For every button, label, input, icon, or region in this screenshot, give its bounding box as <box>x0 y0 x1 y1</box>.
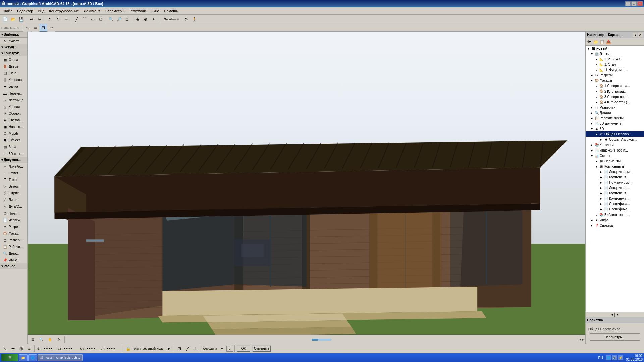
tool-stair[interactable]: ⌂Лестница <box>0 97 27 103</box>
tool-section[interactable]: ✂Разрез <box>0 223 27 230</box>
zoom-in-btn[interactable]: 🔍 <box>107 16 115 23</box>
tree-floors[interactable]: ▾ 🏢 Этажи <box>586 51 644 56</box>
close-button[interactable]: ✕ <box>637 1 643 6</box>
select-btn[interactable]: ↖ <box>46 16 54 23</box>
tool-morph[interactable]: ⬡Морф <box>0 130 27 137</box>
tree-desc1[interactable]: ▸ 📄 Дескрипторы... <box>586 169 644 174</box>
bt-cursor[interactable]: ✛ <box>9 345 17 352</box>
3d-btn[interactable]: ◈ <box>134 16 141 23</box>
tree-indexes[interactable]: ▸ 📑 Индексы Проект... <box>586 147 644 153</box>
tree-details[interactable]: ▸ 🔍 Детали <box>586 110 644 115</box>
tool-ukazat[interactable]: ↖ Указат... <box>0 38 27 44</box>
new-btn[interactable]: 📄 <box>1 16 9 23</box>
toggle-fac2[interactable]: ▸ <box>596 89 599 93</box>
tree-floor-b1[interactable]: ▸ 📐 -1. Фундамен... <box>586 67 644 72</box>
tree-facade-3[interactable]: ▸ 🏠 3 Северо-вост... <box>586 94 644 99</box>
zoom-out-btn[interactable]: 🔎 <box>115 16 123 23</box>
tree-lib[interactable]: ▸ 📚 Библиотека по... <box>586 212 644 217</box>
nav-list-btn[interactable]: 📋 <box>599 39 605 45</box>
bt-snap[interactable]: ◎ <box>17 345 25 352</box>
toggle-ws[interactable]: ▸ <box>591 116 594 120</box>
taskbar-app-2[interactable]: 🌐 <box>28 354 37 361</box>
move-btn[interactable]: ✛ <box>62 16 70 23</box>
tree-estimates[interactable]: ▾ 📊 Сметы <box>586 153 644 158</box>
toggle-floors[interactable]: ▾ <box>591 52 594 56</box>
tool-window[interactable]: ◫Окно <box>0 70 27 76</box>
tree-components[interactable]: ▾ ⊠ Компоненты <box>586 164 644 169</box>
section-running[interactable]: ▾Бегущ... <box>0 44 27 50</box>
snap-dropdown-btn[interactable]: ▼ <box>218 345 226 352</box>
menu-teamwork[interactable]: Teamwork <box>127 8 148 14</box>
tool-wsheet[interactable]: 📋Рабочи... <box>0 243 27 250</box>
tree-axon[interactable]: ▸ ◉ Общая Аксоном... <box>586 137 644 142</box>
ok-button[interactable]: OK <box>237 345 250 352</box>
tree-perspective[interactable]: ▾ 👁 Общая Перспек... <box>586 131 644 137</box>
tree-root[interactable]: ▾ 🏗 новый <box>586 46 644 51</box>
save-btn[interactable]: 💾 <box>17 16 25 23</box>
select-box-btn[interactable]: ▭ <box>32 24 39 32</box>
taskbar-app-1[interactable]: 📁 <box>19 354 28 361</box>
titlebar-controls[interactable]: ─ □ ✕ <box>625 1 643 6</box>
tool-floor[interactable]: ▬Перекр... <box>0 90 27 97</box>
menu-edit[interactable]: Редактор <box>15 8 35 14</box>
tool-hatch[interactable]: ░Штрих... <box>0 190 27 196</box>
section-razn[interactable]: ▾Разное <box>0 263 27 269</box>
vp-fit-btn[interactable]: ⊡ <box>29 336 36 343</box>
toggle-elem[interactable]: ▸ <box>596 159 599 163</box>
ref-arrow-btn[interactable]: ▶ <box>165 345 173 352</box>
section-vyborka[interactable]: ▾Выборка <box>0 32 27 38</box>
toggle-est[interactable]: ▾ <box>591 154 594 158</box>
toggle-persp[interactable]: ▾ <box>596 132 599 136</box>
navigator-tree[interactable]: ▾ 🏗 новый ▾ 🏢 Этажи ▸ 📐 2. 2. ЭТАЖ ▸ 📐 <box>586 46 644 312</box>
tool-facade[interactable]: 🏠Фасад <box>0 230 27 237</box>
vp-zoom-btn[interactable]: 🔍 <box>38 336 45 343</box>
tree-facade-2[interactable]: ▸ 🏠 2 Юго-запад... <box>586 88 644 94</box>
tool-mesh[interactable]: ⊞3D-сетка <box>0 150 27 157</box>
tree-floor-2[interactable]: ▸ 📐 2. 2. ЭТАЖ <box>586 56 644 62</box>
section-construct[interactable]: ▾Конструк... <box>0 50 27 56</box>
tool-elev[interactable]: ↕Отмет... <box>0 170 27 176</box>
fit-btn[interactable]: ⊡ <box>123 16 131 23</box>
cancel-button[interactable]: Отменить <box>252 345 271 352</box>
minimize-button[interactable]: ─ <box>625 1 631 6</box>
scroll-indicator[interactable] <box>312 339 332 341</box>
tool-door[interactable]: 🚪Дверь <box>0 63 27 70</box>
toggle-fac1[interactable]: ▸ <box>596 84 599 88</box>
nav-home-btn[interactable]: 🗺 <box>586 39 592 45</box>
section-document[interactable]: ▾Докумен... <box>0 157 27 163</box>
snap-settings-btn[interactable]: ⊡ <box>176 345 183 352</box>
tool-roof[interactable]: △Кровля <box>0 103 27 110</box>
tree-sections[interactable]: ▸ ✂ Разрезы <box>586 72 644 78</box>
snap-perp-btn[interactable]: ⊥ <box>192 345 199 352</box>
tree-facades[interactable]: ▾ 🏠 Фасады <box>586 78 644 83</box>
poly-btn[interactable]: ⬠ <box>97 16 104 23</box>
maximize-button[interactable]: □ <box>631 1 637 6</box>
tool-text[interactable]: TТекст <box>0 176 27 183</box>
toggle-idx[interactable]: ▸ <box>591 148 594 152</box>
scroll-right[interactable]: ▸ <box>582 338 584 341</box>
select-arrow-btn[interactable]: ↖ <box>23 24 31 32</box>
tree-comp1[interactable]: ▸ 📄 Компонент... <box>586 174 644 180</box>
tool-curtain[interactable]: ▣Навесн... <box>0 123 27 130</box>
walk-btn[interactable]: 🚶 <box>191 16 198 23</box>
nav-collapse-bar[interactable]: ◂ ║ ▸ <box>586 312 644 317</box>
toggle-fb1[interactable]: ▸ <box>596 68 599 72</box>
toggle-f1[interactable]: ▸ <box>596 63 599 66</box>
arc-btn[interactable]: ⌒ <box>81 16 88 23</box>
toggle-sections[interactable]: ▸ <box>591 73 594 77</box>
bt-layer[interactable]: ≡ <box>25 345 33 352</box>
tool-dim[interactable]: ↔Линейн... <box>0 163 27 170</box>
tool-label[interactable]: ↗Вынос... <box>0 183 27 190</box>
coord-lock-btn[interactable]: 🔒 <box>124 345 132 352</box>
tool-arc[interactable]: ○Дуга/О... <box>0 203 27 210</box>
bt-select[interactable]: ↖ <box>1 345 9 352</box>
select-3d-btn[interactable]: ⊟ <box>40 24 47 32</box>
tree-elements[interactable]: ▸ ⊞ Элементы <box>586 158 644 164</box>
nav-collapse-btn[interactable]: ◂ <box>633 33 637 37</box>
tool-column[interactable]: ║Колонна <box>0 76 27 83</box>
menu-view[interactable]: Вид <box>36 8 46 14</box>
taskbar-app-archicad[interactable]: 🏛 новый - Graphisoft Archi... <box>38 354 83 361</box>
tree-catalogs[interactable]: ▸ 📚 Каталоги <box>586 142 644 147</box>
menu-params[interactable]: Параметры <box>103 8 126 14</box>
nav-pub-btn[interactable]: 📤 <box>605 39 611 45</box>
